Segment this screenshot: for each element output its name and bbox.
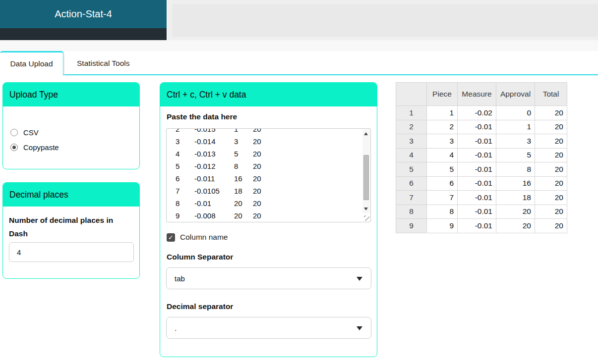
table-row: 33-0.01320 [396,134,567,149]
row-index-cell: 8 [396,205,427,219]
table-cell[interactable]: 20 [535,205,567,219]
row-index-cell: 2 [396,120,427,134]
table-cell[interactable]: -0.01 [458,148,496,162]
table-cell[interactable]: -0.01 [458,134,496,149]
textarea-line: 7-0.01051820 [167,185,362,197]
decimal-places-input[interactable] [9,242,134,262]
table-cell[interactable]: -0.01 [458,191,496,205]
scrollbar-up-icon[interactable] [364,132,368,135]
tab-statistical-tools[interactable]: Statistical Tools [64,51,150,75]
table-row: 22-0.01120 [396,120,567,134]
table-cell[interactable]: 8 [427,205,458,219]
table-cell[interactable]: -0.01 [458,120,496,134]
textarea-line: 3-0.014320 [167,135,362,148]
banner-dark-strip [0,28,167,40]
row-index-cell: 6 [396,176,427,191]
radio-button-icon[interactable] [10,129,18,136]
row-index-cell: 4 [396,148,427,162]
row-index-cell: 7 [396,191,427,205]
column-separator-dropdown[interactable]: tab [166,267,371,289]
table-cell[interactable]: 18 [496,191,535,205]
radio-option-copypaste[interactable]: Copypaste [10,143,59,152]
header-cell-piece[interactable]: Piece [427,83,458,106]
textarea-line: 4-0.013520 [167,148,362,160]
radio-option-csv[interactable]: CSV [10,128,39,137]
table-cell[interactable]: -0.01 [458,205,496,219]
table-cell[interactable]: 2 [427,120,458,134]
paste-data-card: Ctrl + c, Ctrl + v data Paste the data h… [160,82,377,357]
textarea-line: 9-0.0082020 [167,209,362,222]
radio-csv-label: CSV [23,128,39,137]
scrollbar-down-icon[interactable] [364,208,368,210]
table-cell[interactable]: 20 [535,106,567,120]
table-cell[interactable]: 7 [427,191,458,205]
table-cell[interactable]: 0 [496,106,535,120]
textarea-line: 2-0.015120 [167,128,362,135]
tab-data-upload-label: Data Upload [10,59,53,68]
row-index-cell: 5 [396,162,427,177]
radio-copypaste-label: Copypaste [23,143,59,152]
header-spacer-band [0,40,598,51]
column-separator-value: tab [175,274,185,283]
decimal-places-card: Decimal places Number of decimal places … [2,182,140,279]
scrollbar-track[interactable] [362,129,370,213]
row-index-cell: 9 [396,219,427,233]
table-cell[interactable]: 20 [535,134,567,149]
top-gray-inner [173,4,598,37]
resize-grip-icon[interactable] [364,215,369,221]
table-cell[interactable]: 20 [496,219,535,233]
app-root: Action-Stat-4 Data Upload Statistical To… [0,0,598,364]
decimal-separator-dropdown[interactable]: . [166,317,371,339]
table-cell[interactable]: 1 [427,106,458,120]
data-table: Piece Measure Approval Total 11-0.020202… [396,82,567,233]
top-gray-panel [167,0,598,40]
decimal-separator-label: Decimal separator [167,302,233,311]
paste-textarea[interactable]: 2-0.0151203-0.0143204-0.0135205-0.012820… [166,128,371,222]
scrollbar-thumb[interactable] [363,155,369,200]
table-cell[interactable]: 20 [535,176,567,191]
table-cell[interactable]: 20 [535,148,567,162]
table-cell[interactable]: 9 [427,219,458,233]
table-cell[interactable]: 16 [496,176,535,191]
decimal-separator-value: . [175,324,177,332]
textarea-line: 6-0.0111620 [167,172,362,185]
upload-type-card: Upload Type CSV Copypaste [2,82,140,169]
column-name-checkbox-row[interactable]: ✓ Column name [167,233,228,242]
paste-here-label: Paste the data here [167,112,237,121]
chevron-down-icon [357,326,362,330]
radio-button-icon[interactable] [10,144,18,151]
table-cell[interactable]: 5 [427,162,458,177]
data-table-header: Piece Measure Approval Total [396,83,567,106]
column-separator-label: Column Separator [167,253,233,261]
table-cell[interactable]: 3 [496,134,535,149]
header-cell-measure[interactable]: Measure [458,83,496,106]
table-cell[interactable]: 6 [427,176,458,191]
table-cell[interactable]: 20 [496,205,535,219]
table-cell[interactable]: -0.01 [458,219,496,233]
table-header-row: Piece Measure Approval Total [396,83,567,106]
table-cell[interactable]: 20 [535,162,567,177]
table-cell[interactable]: 20 [535,191,567,205]
table-row: 88-0.012020 [396,205,567,219]
check-mark-icon: ✓ [168,234,174,241]
table-cell[interactable]: -0.02 [458,106,496,120]
table-cell[interactable]: -0.01 [458,176,496,191]
header-cell-approval[interactable]: Approval [496,83,535,106]
table-cell[interactable]: 20 [535,120,567,134]
table-cell[interactable]: 8 [496,162,535,177]
app-title: Action-Stat-4 [55,8,112,20]
table-cell[interactable]: 1 [496,120,535,134]
table-cell[interactable]: 20 [535,219,567,233]
table-cell[interactable]: 3 [427,134,458,149]
data-table-body: 11-0.0202022-0.0112033-0.0132044-0.01520… [396,106,567,233]
decimal-places-title: Decimal places [9,190,68,200]
table-cell[interactable]: -0.01 [458,162,496,177]
tab-data-upload[interactable]: Data Upload [0,51,63,75]
table-cell[interactable]: 4 [427,148,458,162]
decimal-places-card-header: Decimal places [3,183,139,207]
paste-textarea-content: 2-0.0151203-0.0143204-0.0135205-0.012820… [167,128,362,222]
textarea-line: 5-0.012820 [167,160,362,172]
checkbox-icon[interactable]: ✓ [167,233,175,242]
header-cell-total[interactable]: Total [535,83,567,106]
table-cell[interactable]: 5 [496,148,535,162]
